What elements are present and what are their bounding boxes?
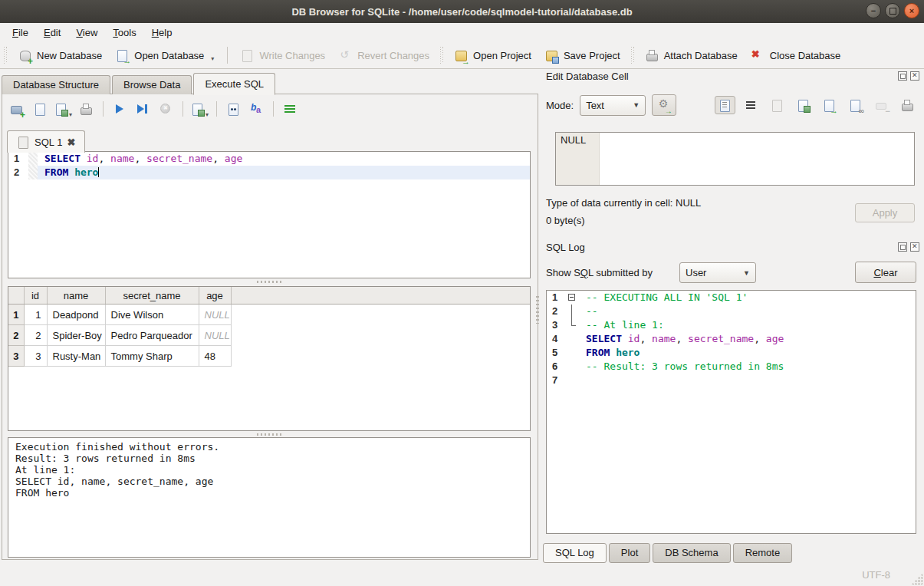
find-text-icon[interactable] <box>223 100 244 118</box>
header-filler <box>231 287 530 305</box>
right-dock-area: Edit Database Cell Mode: Text ▼ NULL Typ… <box>540 68 924 564</box>
code-line: 1-- EXECUTING ALL IN 'SQL 1' <box>547 291 916 305</box>
cell-size-info: 0 byte(s) <box>546 215 585 226</box>
code-line: 7 <box>547 374 916 387</box>
auto-completion-icon[interactable] <box>246 100 267 118</box>
close-button[interactable]: × <box>904 3 919 18</box>
save-sql-file-icon[interactable]: ▾ <box>53 100 74 118</box>
save-project-button[interactable]: Save Project <box>538 46 627 65</box>
column-header-age[interactable]: age <box>199 287 231 305</box>
cell[interactable]: Tommy Sharp <box>105 346 199 367</box>
splitter-handle[interactable] <box>257 433 283 436</box>
maximize-button[interactable] <box>885 3 900 18</box>
maximize-icon <box>889 8 896 15</box>
execute-all-icon[interactable] <box>110 100 130 118</box>
code-line: 6-- Result: 3 rows returned in 8ms <box>547 360 916 374</box>
mode-label: Mode: <box>546 100 574 111</box>
close-dock-icon[interactable] <box>910 71 919 81</box>
revert-changes-button: Revert Changes <box>332 46 436 65</box>
export-data-icon[interactable] <box>793 96 814 114</box>
splitter-handle[interactable] <box>257 281 283 283</box>
row-header[interactable]: 2 <box>8 325 24 346</box>
cell[interactable]: 48 <box>199 346 231 367</box>
tab-database-structure[interactable]: Database Structure <box>2 75 110 94</box>
column-header-name[interactable]: name <box>47 287 105 305</box>
results-grid[interactable]: idnamesecret_nameage11DeadpondDive Wilso… <box>8 286 531 431</box>
close-database-button[interactable]: Close Database <box>745 46 848 65</box>
execute-current-line-icon[interactable] <box>133 100 153 118</box>
new-database-button[interactable]: New Database <box>12 46 109 65</box>
code-line: 4SELECT id, name, secret_name, age <box>547 332 916 346</box>
cell[interactable]: NULL <box>199 305 231 325</box>
menu-view[interactable]: View <box>68 25 105 41</box>
toolbar-separator <box>103 101 104 117</box>
sql-log-view[interactable]: 1-- EXECUTING ALL IN 'SQL 1'2--3-- At li… <box>546 290 916 534</box>
new-sql-tab-icon[interactable] <box>7 100 28 118</box>
grid-corner[interactable] <box>8 287 24 305</box>
dock-tab-db-schema[interactable]: DB Schema <box>653 543 730 563</box>
close-dock-icon[interactable] <box>910 242 919 252</box>
column-header-secret_name[interactable]: secret_name <box>105 287 199 305</box>
auto-switch-mode-button[interactable] <box>652 94 676 116</box>
table-row: 22Spider-BoyPedro ParqueadorNULL <box>8 325 530 346</box>
cell[interactable]: Spider-Boy <box>47 325 105 346</box>
cell[interactable]: Deadpond <box>47 305 105 325</box>
print-sql-icon[interactable] <box>76 100 97 118</box>
edit-cell-dock-buttons <box>898 71 919 81</box>
dock-tab-plot[interactable]: Plot <box>609 543 650 563</box>
cell[interactable]: 1 <box>24 305 47 325</box>
row-header[interactable]: 3 <box>8 346 24 367</box>
menu-help[interactable]: Help <box>144 25 180 41</box>
copy-link-icon[interactable] <box>845 96 866 114</box>
sql-file-icon <box>17 136 30 149</box>
dock-tab-sql-log[interactable]: SQL Log <box>543 543 607 563</box>
cell[interactable]: Pedro Parqueador <box>105 325 199 346</box>
open-project-button[interactable]: Open Project <box>448 46 538 65</box>
minimize-button[interactable]: − <box>866 3 881 18</box>
tab-browse-data[interactable]: Browse Data <box>112 75 192 94</box>
format-sql-icon[interactable] <box>280 100 301 118</box>
mode-select[interactable]: Text ▼ <box>580 95 646 116</box>
dropdown-caret-icon[interactable]: ▾ <box>211 56 214 62</box>
code-line: 3-- At line 1: <box>547 318 916 332</box>
open-project-icon <box>455 49 468 62</box>
code-line: 5FROM hero <box>547 346 916 360</box>
text-mode-icon[interactable] <box>715 96 735 114</box>
float-dock-icon[interactable] <box>898 71 907 81</box>
clear-log-button[interactable]: Clear <box>855 262 916 283</box>
apply-button[interactable]: Apply <box>855 203 915 222</box>
cell[interactable]: 2 <box>24 325 47 346</box>
sql-editor[interactable]: 1SELECT id, name, secret_name, age2FROM … <box>8 151 531 278</box>
sql-log-dock-buttons <box>898 242 919 252</box>
cell-value-editor[interactable]: NULL <box>555 132 915 186</box>
sql-log-filter-select[interactable]: User ▼ <box>679 262 756 283</box>
cell[interactable]: NULL <box>199 325 231 346</box>
open-database-button[interactable]: Open Database▾ <box>109 46 221 65</box>
export-results-icon[interactable]: ▾ <box>189 100 210 118</box>
print-cell-icon[interactable] <box>897 96 918 114</box>
resize-grip[interactable] <box>912 574 922 584</box>
menu-file[interactable]: File <box>5 25 36 41</box>
row-header[interactable]: 1 <box>8 305 24 325</box>
pane-splitter[interactable] <box>536 296 539 324</box>
main-tab-bar: Database StructureBrowse DataExecute SQL <box>2 74 277 94</box>
cell[interactable]: Rusty-Man <box>47 346 105 367</box>
menu-edit[interactable]: Edit <box>36 25 68 41</box>
dock-tab-remote[interactable]: Remote <box>733 543 793 563</box>
attach-database-button[interactable]: Attach Database <box>639 46 745 65</box>
encoding-indicator[interactable]: UTF-8 <box>862 569 890 581</box>
column-header-id[interactable]: id <box>24 287 47 305</box>
word-wrap-icon[interactable] <box>741 96 761 114</box>
sql-file-tab[interactable]: SQL 1 ✖ <box>7 130 85 153</box>
cell[interactable]: Dive Wilson <box>105 305 199 325</box>
main-toolbar: New DatabaseOpen Database▾Write ChangesR… <box>0 42 924 69</box>
tab-execute-sql[interactable]: Execute SQL <box>193 73 275 95</box>
float-dock-icon[interactable] <box>898 242 907 252</box>
save-project-icon <box>545 49 558 62</box>
open-sql-file-icon[interactable] <box>30 100 51 118</box>
menu-tools[interactable]: Tools <box>105 25 143 41</box>
table-row: 33Rusty-ManTommy Sharp48 <box>8 346 530 367</box>
close-sql-tab-icon[interactable]: ✖ <box>67 137 75 148</box>
cell[interactable]: 3 <box>24 346 47 367</box>
open-external-icon[interactable] <box>819 96 840 114</box>
